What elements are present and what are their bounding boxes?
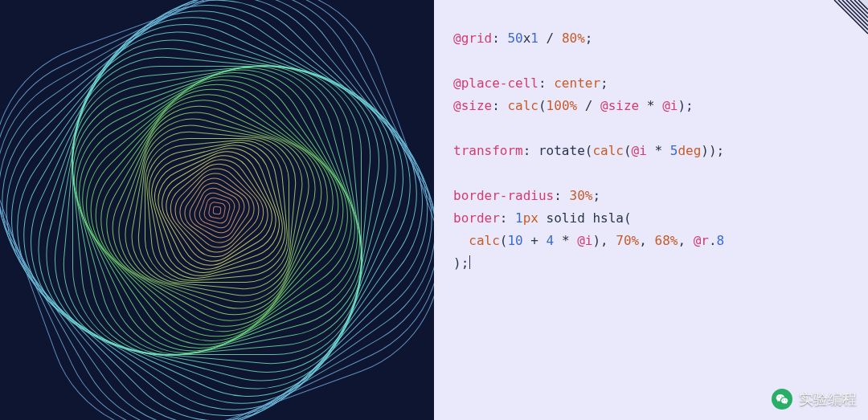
- doodle-cell: [0, 0, 434, 420]
- corner-ribbon-icon: [817, 0, 868, 51]
- css-doodle-output: [16, 10, 418, 411]
- watermark: 实验编程: [772, 387, 857, 413]
- code-editor[interactable]: @grid: 50x1 / 80%; @place-cell: center;@…: [434, 0, 868, 420]
- wechat-icon: [772, 389, 792, 410]
- text-caret: [469, 255, 470, 270]
- watermark-label: 实验编程: [799, 387, 857, 413]
- app-root: @grid: 50x1 / 80%; @place-cell: center;@…: [0, 0, 868, 420]
- preview-pane: [0, 0, 434, 420]
- code-text[interactable]: @grid: 50x1 / 80%; @place-cell: center;@…: [453, 27, 849, 275]
